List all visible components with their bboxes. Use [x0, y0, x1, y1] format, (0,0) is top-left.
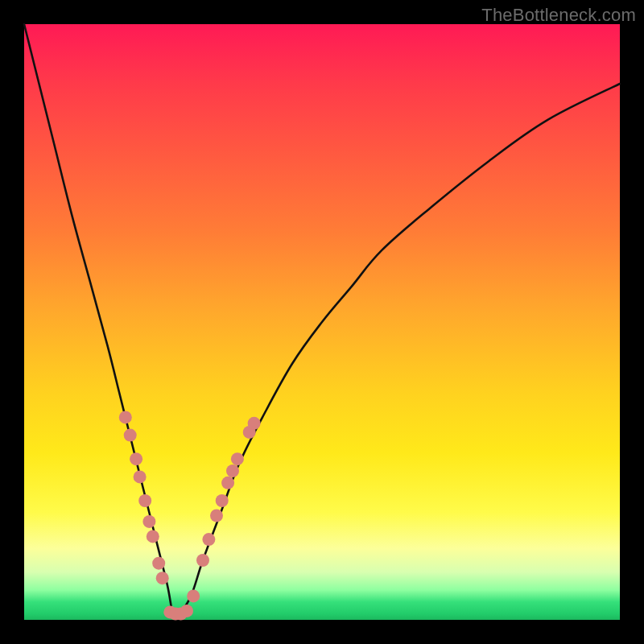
highlight-dots	[119, 411, 261, 620]
range-dot	[142, 515, 155, 528]
range-dot	[202, 533, 215, 546]
range-dot	[138, 494, 151, 507]
range-dot	[216, 494, 229, 507]
range-dot	[180, 605, 193, 617]
range-dot	[130, 452, 142, 465]
range-dot	[156, 572, 169, 584]
range-dot	[231, 452, 244, 465]
range-dot	[210, 510, 223, 522]
range-dot	[248, 417, 261, 430]
curve-layer	[24, 24, 620, 617]
range-dot	[134, 470, 147, 483]
chart-frame: TheBottleneck.com	[0, 0, 644, 644]
range-dot	[187, 589, 200, 602]
range-dot	[124, 429, 137, 442]
range-dot	[221, 477, 234, 489]
range-dot	[147, 530, 159, 543]
range-dot	[196, 554, 209, 567]
range-dot	[152, 557, 165, 570]
watermark-text: TheBottleneck.com	[481, 5, 636, 26]
bottleneck-chart	[24, 24, 620, 620]
range-dot	[119, 411, 132, 423]
range-dot	[226, 464, 239, 477]
bottleneck-curve	[24, 24, 620, 617]
